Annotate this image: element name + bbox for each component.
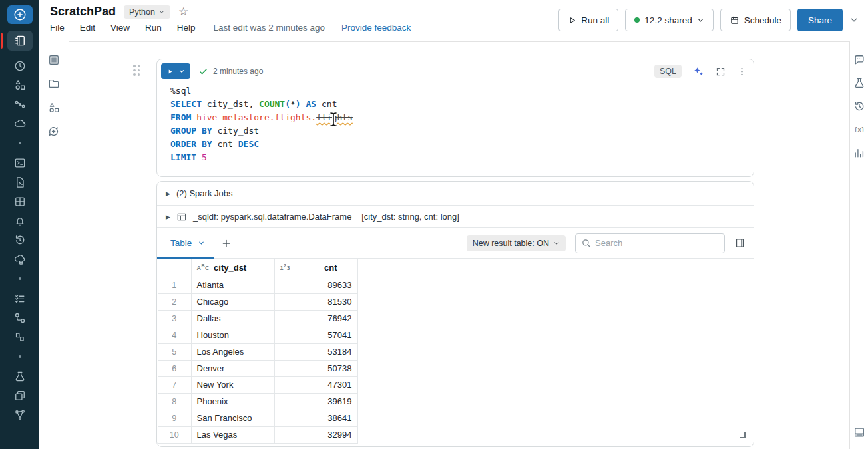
table-row: 6Denver50738 <box>158 360 357 376</box>
favorite-star-icon[interactable]: ☆ <box>178 6 188 17</box>
sql-editor-icon[interactable] <box>13 156 27 170</box>
search-input[interactable] <box>595 238 708 248</box>
code-line: GROUP BY city_dst <box>170 124 353 138</box>
run-all-button[interactable]: Run all <box>558 9 618 31</box>
side-panel-icon[interactable] <box>734 237 746 249</box>
menu-item-edit[interactable]: Edit <box>80 23 95 33</box>
menu-item-file[interactable]: File <box>50 23 65 33</box>
bottom-panel-icon[interactable] <box>853 426 866 439</box>
cell-menu-kebab-icon[interactable] <box>737 67 747 76</box>
fullscreen-icon[interactable] <box>716 67 726 76</box>
job-runs-icon[interactable] <box>13 291 27 306</box>
chevron-down-icon <box>198 239 205 247</box>
language-selector[interactable]: Python <box>124 5 170 19</box>
recents-clock-icon[interactable] <box>13 59 27 73</box>
header-divider <box>69 41 868 42</box>
right-sidebar: {x} <box>849 41 868 449</box>
new-result-table-toggle[interactable]: New result table: ON <box>467 235 566 251</box>
cell-cnt: 32994 <box>274 426 357 443</box>
feature-store-icon[interactable] <box>13 408 27 422</box>
notebook-header: ScratchPad Python ☆ FileEditViewRunHelp … <box>39 0 868 41</box>
chevron-down-icon <box>158 9 165 15</box>
menu-item-view[interactable]: View <box>110 23 130 33</box>
schedule-button[interactable]: Schedule <box>720 9 791 31</box>
column-header-cnt[interactable]: 123cnt <box>274 259 357 277</box>
toc-icon[interactable] <box>47 53 61 67</box>
svg-text:{x}: {x} <box>853 126 865 133</box>
workflows-icon[interactable] <box>13 311 27 325</box>
last-edit-status[interactable]: Last edit was 2 minutes ago <box>214 23 325 33</box>
table-row: 10Las Vegas32994 <box>158 426 357 443</box>
chevron-down-icon <box>697 17 704 24</box>
success-check-icon <box>198 67 208 76</box>
dtype-number-icon: 123 <box>280 263 290 271</box>
experiments-flask-icon[interactable] <box>13 369 27 384</box>
results-resize-handle[interactable] <box>740 432 746 438</box>
folder-icon[interactable] <box>47 76 61 91</box>
cell-cnt: 76942 <box>274 310 357 327</box>
share-button[interactable]: Share <box>797 9 843 31</box>
section-separator-dot <box>19 277 21 280</box>
data-ingestion-icon[interactable] <box>13 252 27 267</box>
menu-item-run[interactable]: Run <box>145 23 162 33</box>
cell-city: New York <box>191 376 274 393</box>
assistant-icon[interactable] <box>47 124 61 139</box>
section-separator-dot <box>19 355 21 358</box>
play-icon <box>568 16 576 25</box>
cell-city: Phoenix <box>191 393 274 410</box>
table-row: 9San Francisco38641 <box>158 410 357 426</box>
spark-jobs-toggle[interactable]: ▶ (2) Spark Jobs <box>157 182 754 206</box>
charts-icon[interactable] <box>853 146 866 160</box>
cell-language-badge[interactable]: SQL <box>654 65 682 78</box>
clusters-cloud-icon[interactable] <box>13 116 27 131</box>
caret-right-icon: ▶ <box>166 214 170 220</box>
section-separator-dot <box>19 142 21 144</box>
alerts-bell-icon[interactable] <box>13 214 27 228</box>
pipelines-icon[interactable] <box>13 330 27 345</box>
results-table: ABCcity_dst123cnt 1Atlanta896332Chicago8… <box>158 259 358 444</box>
dashboards-icon[interactable] <box>13 194 27 209</box>
sql-code-editor[interactable]: %sqlSELECT city_dst, COUNT(*) AS cntFROM… <box>170 84 353 164</box>
header-more-chevron[interactable] <box>849 15 859 25</box>
row-number: 2 <box>158 293 191 310</box>
ml-flow-icon[interactable] <box>13 97 27 112</box>
column-header-city_dst[interactable]: ABCcity_dst <box>191 259 274 277</box>
cell-cnt: 53184 <box>274 343 357 360</box>
cell-cnt: 89633 <box>274 277 357 293</box>
queries-icon[interactable] <box>13 175 27 190</box>
dtype-string-icon: ABC <box>197 263 210 271</box>
cell-drag-handle[interactable] <box>133 65 142 76</box>
table-row: 4Houston57041 <box>158 327 357 343</box>
spark-jobs-label: (2) Spark Jobs <box>176 188 233 198</box>
new-button[interactable] <box>7 5 33 24</box>
provide-feedback-link[interactable]: Provide feedback <box>341 23 411 33</box>
query-history-icon[interactable] <box>13 233 27 247</box>
catalog-icon[interactable] <box>47 100 61 115</box>
results-toolbar: Table New result table: ON <box>157 228 754 259</box>
menu-item-help[interactable]: Help <box>177 23 196 33</box>
cell-run-time: 2 minutes ago <box>213 67 263 76</box>
row-number: 5 <box>158 343 191 360</box>
app-sidebar <box>0 0 39 449</box>
row-number: 4 <box>158 327 191 343</box>
cell-cnt: 57041 <box>274 327 357 343</box>
cell-city: Dallas <box>191 310 274 327</box>
table-row: 8Phoenix39619 <box>158 393 357 410</box>
tab-table[interactable]: Table <box>170 238 205 248</box>
comments-icon[interactable] <box>853 53 866 67</box>
assistant-sparkle-icon[interactable] <box>693 66 704 77</box>
notebook-icon <box>13 34 27 47</box>
cluster-selector[interactable]: 12.2 shared <box>625 9 713 31</box>
version-history-icon[interactable] <box>853 100 866 113</box>
table-row: 7New York47301 <box>158 376 357 393</box>
models-icon[interactable] <box>13 388 27 403</box>
sqldf-toggle[interactable]: ▶ _sqldf: pyspark.sql.dataframe.DataFram… <box>157 206 754 228</box>
table-row: 5Los Angeles53184 <box>158 343 357 360</box>
databricks-notebook-app: ScratchPad Python ☆ FileEditViewRunHelp … <box>0 0 868 449</box>
run-cell-button[interactable] <box>161 63 190 79</box>
experiments-flask-icon[interactable] <box>853 76 866 90</box>
catalog-icon[interactable] <box>13 78 27 92</box>
add-visualization-button[interactable] <box>221 238 232 249</box>
variables-icon[interactable]: {x} <box>853 123 866 136</box>
sidebar-item-workspace-active[interactable] <box>7 31 33 51</box>
